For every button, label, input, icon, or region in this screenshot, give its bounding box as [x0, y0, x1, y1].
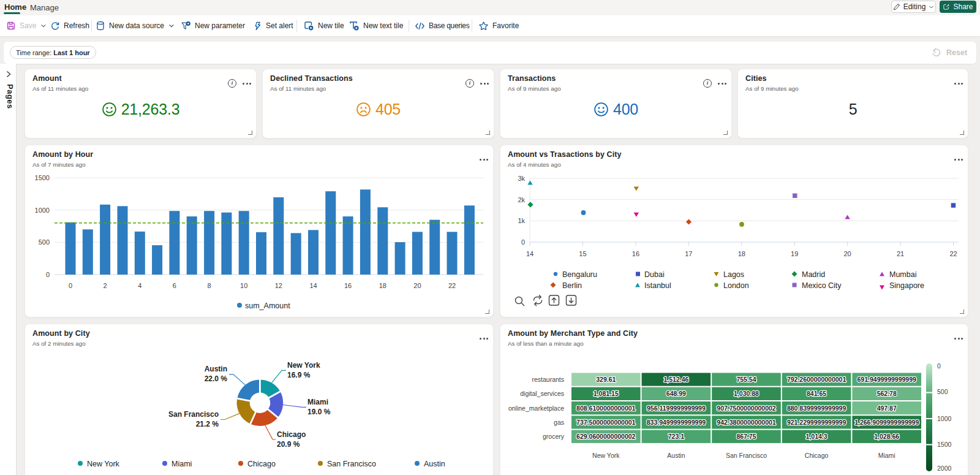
svg-text:2000: 2000 — [937, 465, 952, 472]
svg-text:562.78: 562.78 — [877, 390, 897, 397]
svg-text:6: 6 — [173, 282, 176, 289]
svg-text:16: 16 — [344, 282, 352, 289]
svg-text:Chicago: Chicago — [277, 430, 306, 439]
svg-text:Miami: Miami — [172, 460, 192, 468]
svg-text:22: 22 — [448, 282, 456, 289]
svg-text:1,266.9099999999999: 1,266.9099999999999 — [854, 419, 919, 426]
svg-text:22: 22 — [949, 250, 957, 257]
svg-text:16: 16 — [632, 250, 639, 257]
svg-text:691.9499999999999: 691.9499999999999 — [858, 376, 917, 383]
svg-text:841.65: 841.65 — [807, 390, 826, 397]
svg-text:1,512.46: 1,512.46 — [663, 376, 688, 383]
svg-text:Bengaluru: Bengaluru — [562, 270, 597, 279]
svg-text:San Francisco: San Francisco — [327, 460, 376, 468]
svg-text:Austin: Austin — [667, 452, 685, 459]
svg-text:Austin: Austin — [424, 460, 445, 468]
svg-text:500: 500 — [937, 388, 948, 395]
svg-text:4: 4 — [138, 282, 141, 289]
svg-text:San Francisco: San Francisco — [726, 452, 767, 459]
svg-text:833.9499999999999: 833.9499999999999 — [647, 419, 706, 426]
svg-text:Chicago: Chicago — [247, 460, 276, 468]
svg-text:1500: 1500 — [35, 174, 50, 181]
svg-text:20.9 %: 20.9 % — [277, 440, 300, 449]
svg-text:19.0 %: 19.0 % — [307, 408, 331, 416]
svg-text:Chicago: Chicago — [805, 452, 829, 459]
svg-text:sum_Amount: sum_Amount — [245, 302, 290, 310]
svg-text:Austin: Austin — [205, 365, 227, 373]
svg-text:0: 0 — [937, 362, 941, 370]
svg-text:1500: 1500 — [937, 441, 952, 448]
svg-text:956.1199999999999: 956.1199999999999 — [647, 405, 706, 412]
svg-text:18: 18 — [738, 250, 745, 257]
svg-text:Mexico City: Mexico City — [802, 281, 842, 290]
svg-text:1,028.66: 1,028.66 — [874, 433, 899, 440]
svg-text:1000: 1000 — [35, 207, 50, 214]
svg-text:0: 0 — [46, 271, 50, 278]
svg-text:1,014.3: 1,014.3 — [806, 433, 827, 440]
svg-text:14: 14 — [526, 250, 533, 257]
svg-text:Lagos: Lagos — [723, 270, 744, 279]
svg-text:14: 14 — [309, 282, 317, 289]
svg-text:808.6100000000001: 808.6100000000001 — [576, 405, 636, 412]
svg-text:942.3800000000001: 942.3800000000001 — [717, 419, 776, 426]
svg-text:Miami: Miami — [878, 452, 895, 459]
svg-text:London: London — [723, 281, 749, 290]
svg-text:8: 8 — [208, 282, 211, 289]
svg-text:digital_services: digital_services — [520, 390, 564, 397]
svg-text:500: 500 — [39, 238, 50, 246]
svg-text:10: 10 — [240, 282, 247, 289]
svg-text:restaurants: restaurants — [532, 376, 564, 383]
svg-text:Singapore: Singapore — [889, 281, 924, 290]
svg-text:329.61: 329.61 — [596, 376, 616, 383]
svg-text:Madrid: Madrid — [802, 270, 825, 279]
svg-text:3k: 3k — [518, 175, 525, 182]
svg-text:16.9 %: 16.9 % — [287, 371, 311, 379]
svg-text:2: 2 — [104, 282, 107, 289]
svg-text:0: 0 — [521, 238, 525, 246]
svg-text:907.7500000000002: 907.7500000000002 — [717, 405, 776, 412]
svg-text:880.8399999999999: 880.8399999999999 — [787, 405, 846, 412]
svg-text:21.2 %: 21.2 % — [196, 420, 219, 428]
svg-text:12: 12 — [275, 282, 282, 289]
svg-text:gas: gas — [554, 419, 564, 426]
svg-text:0: 0 — [69, 282, 72, 289]
svg-text:1k: 1k — [518, 217, 525, 224]
svg-text:20: 20 — [413, 282, 421, 289]
svg-text:New York: New York — [287, 361, 320, 370]
svg-text:629.0600000000002: 629.0600000000002 — [576, 433, 636, 440]
svg-text:18: 18 — [379, 282, 386, 289]
svg-text:Dubai: Dubai — [644, 270, 665, 279]
svg-text:New York: New York — [592, 452, 620, 459]
svg-text:19: 19 — [791, 250, 798, 257]
svg-text:20: 20 — [843, 250, 851, 257]
svg-text:Berlin: Berlin — [562, 281, 582, 290]
svg-text:22.0 %: 22.0 % — [205, 374, 228, 383]
svg-text:755.54: 755.54 — [736, 376, 756, 383]
svg-text:21: 21 — [897, 250, 904, 257]
svg-text:15: 15 — [579, 250, 586, 257]
svg-text:2k: 2k — [518, 196, 525, 203]
svg-text:San Francisco: San Francisco — [168, 410, 219, 419]
svg-text:grocery: grocery — [543, 433, 565, 440]
svg-text:792.2600000000001: 792.2600000000001 — [787, 376, 846, 383]
svg-text:723.1: 723.1 — [668, 433, 684, 440]
svg-text:online_marketplace: online_marketplace — [508, 405, 564, 412]
svg-text:Mumbai: Mumbai — [889, 270, 916, 279]
svg-text:648.99: 648.99 — [666, 390, 686, 397]
svg-text:737.5000000000001: 737.5000000000001 — [576, 419, 636, 426]
svg-text:Istanbul: Istanbul — [644, 281, 671, 290]
svg-text:Miami: Miami — [307, 398, 328, 406]
svg-text:17: 17 — [685, 250, 692, 257]
svg-text:New York: New York — [87, 460, 120, 468]
svg-text:1000: 1000 — [937, 415, 952, 422]
svg-text:921.2299999999999: 921.2299999999999 — [787, 419, 846, 426]
svg-text:497.87: 497.87 — [877, 405, 897, 412]
svg-text:867.75: 867.75 — [736, 433, 756, 440]
svg-text:1,081.15: 1,081.15 — [594, 390, 619, 397]
svg-text:1,030.88: 1,030.88 — [734, 390, 759, 397]
